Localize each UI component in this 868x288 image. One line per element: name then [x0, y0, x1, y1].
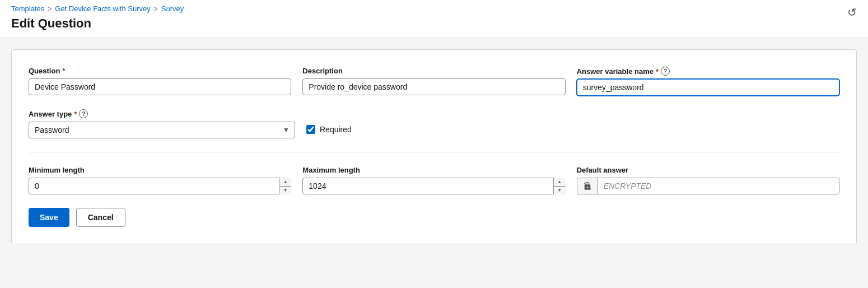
question-input[interactable] — [29, 78, 291, 95]
description-label: Description — [302, 67, 565, 75]
history-button[interactable]: ↺ — [847, 6, 857, 19]
breadcrumb-sep-2: > — [154, 5, 158, 13]
breadcrumb: Templates > Get Device Facts with Survey… — [11, 4, 857, 13]
max-length-spinners: ▲ ▼ — [553, 178, 566, 194]
max-length-decrement[interactable]: ▼ — [554, 187, 566, 195]
question-required-star: * — [62, 67, 65, 75]
default-answer-label: Default answer — [577, 166, 839, 174]
min-length-group: Minimum length ▲ ▼ — [29, 166, 291, 194]
required-checkbox-row: Required — [306, 109, 839, 134]
breadcrumb-sep-1: > — [48, 5, 52, 13]
min-length-spinners: ▲ ▼ — [279, 178, 291, 194]
breadcrumb-get-device-facts[interactable]: Get Device Facts with Survey — [55, 4, 151, 13]
answer-type-group: Answer type * ? Text Textarea Password I… — [29, 109, 295, 138]
answer-variable-input[interactable] — [577, 79, 839, 96]
form-divider — [29, 152, 839, 152]
max-length-label: Maximum length — [302, 166, 565, 174]
default-answer-wrapper: ENCRYPTED — [577, 178, 839, 194]
answer-variable-required-star: * — [656, 67, 659, 76]
button-row: Save Cancel — [29, 208, 839, 227]
cancel-button[interactable]: Cancel — [76, 208, 125, 227]
breadcrumb-survey[interactable]: Survey — [161, 4, 184, 13]
answer-variable-group: Answer variable name * ? — [577, 67, 839, 96]
min-length-label: Minimum length — [29, 166, 291, 174]
answer-variable-label: Answer variable name * ? — [577, 67, 839, 76]
min-length-increment[interactable]: ▲ — [279, 178, 291, 187]
default-answer-encrypted-text: ENCRYPTED — [598, 178, 839, 194]
answer-variable-help-icon: ? — [661, 67, 670, 76]
lock-icon — [577, 178, 598, 194]
answer-type-select[interactable]: Text Textarea Password Integer Float Mul… — [29, 122, 295, 138]
max-length-input[interactable] — [302, 178, 565, 194]
max-length-increment[interactable]: ▲ — [554, 178, 566, 187]
max-length-input-wrapper: ▲ ▼ — [302, 178, 565, 194]
min-length-input-wrapper: ▲ ▼ — [29, 178, 291, 194]
page-title: Edit Question — [11, 16, 857, 38]
required-checkbox[interactable] — [306, 125, 315, 134]
required-group: Required — [306, 109, 839, 138]
min-length-input[interactable] — [29, 178, 291, 194]
form-row-2: Answer type * ? Text Textarea Password I… — [29, 109, 839, 138]
save-button[interactable]: Save — [29, 208, 69, 227]
question-group: Question * — [29, 67, 291, 96]
min-length-decrement[interactable]: ▼ — [279, 187, 291, 195]
answer-type-select-wrapper: Text Textarea Password Integer Float Mul… — [29, 122, 295, 138]
edit-question-form: Question * Description Answer variable n… — [11, 49, 857, 244]
question-label: Question * — [29, 67, 291, 75]
form-row-3: Minimum length ▲ ▼ Maximum length ▲ ▼ De… — [29, 166, 839, 194]
history-icon: ↺ — [847, 6, 857, 18]
required-checkbox-label[interactable]: Required — [320, 125, 352, 134]
default-answer-group: Default answer ENCRYPTED — [577, 166, 839, 194]
description-group: Description — [302, 67, 565, 96]
top-bar: Templates > Get Device Facts with Survey… — [0, 0, 868, 38]
breadcrumb-templates[interactable]: Templates — [11, 4, 44, 13]
form-row-1: Question * Description Answer variable n… — [29, 67, 839, 96]
answer-type-help-icon: ? — [79, 109, 88, 118]
answer-type-label: Answer type * ? — [29, 109, 295, 118]
answer-type-required-star: * — [74, 110, 77, 118]
max-length-group: Maximum length ▲ ▼ — [302, 166, 565, 194]
description-input[interactable] — [302, 78, 565, 95]
